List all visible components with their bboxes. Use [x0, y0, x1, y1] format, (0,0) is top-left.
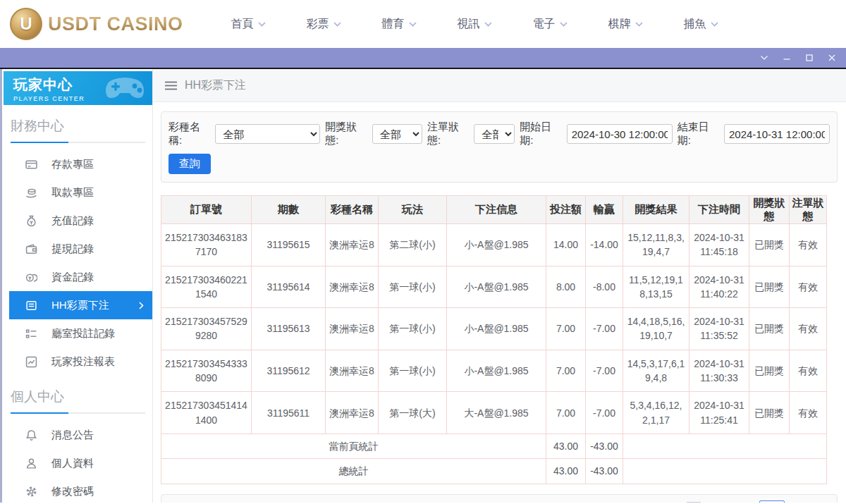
person-icon [25, 457, 37, 469]
jump-prefix: 第 [743, 502, 753, 503]
brand-name: USDT CASINO [48, 13, 183, 35]
sidebar-item-player-bet-report[interactable]: 玩家投注報表 [2, 348, 152, 376]
total-summary-winloss: -43.00 [586, 459, 623, 484]
coins-icon [25, 271, 37, 283]
sidebar-item-withdrawal-records[interactable]: 提現記錄 [2, 235, 152, 263]
chevron-down-icon [760, 55, 768, 61]
prev-page-link[interactable]: 上一页 [651, 502, 680, 503]
sidebar-item-change-password[interactable]: 修改密碼 [2, 477, 152, 503]
lottery-name-select[interactable]: 全部 [215, 124, 320, 144]
total-count: 共5条 [594, 502, 619, 503]
nav-item-fishing[interactable]: 捕魚 [684, 17, 718, 32]
bet-status-select[interactable]: 全部 [474, 124, 515, 144]
brand-logo[interactable]: U USDT CASINO [10, 8, 183, 40]
page-summary-row: 當前頁統計 43.00 -43.00 [161, 434, 827, 458]
pagination-bar: 每頁顯示20條 共5条 首页 上一页 [1] 下一页 第 页 跳转 [161, 494, 838, 503]
main-menu: 首頁 彩票 體育 視訊 電子 棋牌 捕魚 [231, 17, 718, 32]
chevron-right-icon [139, 302, 144, 309]
sidebar-item-fund-records[interactable]: 資金記錄 [2, 263, 152, 291]
sidebar: 玩家中心 PLAYERS CENTER 財務中心 存款專區 取款專區 充值記錄 … [2, 69, 153, 503]
draw-status-select[interactable]: 全部 [372, 124, 422, 144]
nav-item-cards[interactable]: 棋牌 [608, 17, 643, 32]
sidebar-item-recharge-records[interactable]: 充值記錄 [2, 207, 152, 235]
chevron-down-icon [711, 22, 718, 27]
bets-table: 訂單號 期數 彩種名稱 玩法 下注信息 投注額 輸贏 開獎結果 下注時間 開獎狀… [161, 195, 827, 484]
wallet-icon [25, 243, 37, 255]
nav-item-sports[interactable]: 體育 [382, 17, 417, 32]
filter-panel: 彩種名稱: 全部 開獎狀態: 全部 注單狀態: 全部 開始日期: 結束日期: 查… [161, 111, 838, 183]
table-row: 2152173034543338090 31195612 澳洲幸运8 第一球(小… [161, 350, 827, 392]
table-row: 2152173034514141400 31195611 澳洲幸运8 第一球(大… [161, 392, 827, 434]
nav-item-lottery[interactable]: 彩票 [307, 17, 341, 32]
next-page-link[interactable]: 下一页 [707, 502, 737, 503]
chevron-down-icon [409, 22, 417, 27]
window-maximize-button[interactable] [804, 52, 815, 63]
section-divider [11, 142, 145, 143]
jump-page-input[interactable] [759, 500, 785, 503]
start-date-input[interactable] [567, 124, 673, 144]
sidebar-item-withdraw[interactable]: 取款專區 [2, 178, 152, 207]
current-page: [1] [687, 502, 701, 503]
total-summary-row: 總統計 43.00 -43.00 [161, 459, 827, 484]
sidebar-item-hall-bet-records[interactable]: 廳室投註記錄 [2, 319, 152, 348]
jump-button[interactable]: 跳转 [807, 502, 827, 503]
nav-item-live[interactable]: 視訊 [458, 17, 492, 32]
page-summary-winloss: -43.00 [586, 434, 623, 458]
gamepad-icon [103, 74, 147, 102]
table-header-row: 訂單號 期數 彩種名稱 玩法 下注信息 投注額 輸贏 開獎結果 下注時間 開獎狀… [161, 196, 827, 224]
window-titlebar [0, 48, 846, 69]
logo-icon: U [10, 8, 42, 40]
minimize-icon [783, 54, 791, 62]
start-date-label: 開始日期: [520, 121, 561, 147]
total-summary-label: 總統計 [161, 459, 546, 484]
section-divider [11, 412, 145, 414]
section-title-personal: 個人中心 [2, 376, 152, 412]
report-chart-icon [25, 356, 37, 368]
page-summary-label: 當前頁統計 [161, 434, 546, 458]
table-row: 2152173034575299280 31195613 澳洲幸运8 第一球(小… [161, 308, 827, 350]
hand-coins-icon [25, 187, 37, 199]
window-close-button[interactable] [826, 52, 838, 63]
section-title-finance: 財務中心 [2, 105, 152, 142]
bet-list-icon [25, 300, 37, 312]
chevron-down-icon [333, 22, 341, 27]
maximize-icon [805, 54, 814, 62]
end-date-input[interactable] [724, 124, 830, 144]
jump-suffix: 页 [791, 502, 801, 503]
sidebar-item-hh-lottery-bets[interactable]: HH彩票下注 [9, 291, 152, 319]
search-button[interactable]: 查詢 [168, 154, 211, 174]
close-icon [828, 54, 836, 62]
end-date-label: 結束日期: [678, 121, 719, 147]
first-page-link[interactable]: 首页 [625, 502, 644, 503]
nav-item-slots[interactable]: 電子 [533, 17, 568, 32]
nav-item-home[interactable]: 首頁 [231, 17, 266, 32]
main-content: HH彩票下注 彩種名稱: 全部 開獎狀態: 全部 注單狀態: 全部 開始日期: … [153, 69, 846, 503]
sidebar-item-profile[interactable]: 個人資料 [2, 449, 152, 477]
sidebar-item-deposit[interactable]: 存款專區 [2, 150, 152, 178]
chevron-down-icon [635, 22, 643, 27]
page-summary-bet: 43.00 [546, 434, 586, 458]
table-row: 2152173034631837170 31195615 澳洲幸运8 第二球(小… [161, 224, 827, 266]
page-size-text: 每頁顯示20條 [171, 502, 232, 503]
bets-table-container: 訂單號 期數 彩種名稱 玩法 下注信息 投注額 輸贏 開獎結果 下注時間 開獎狀… [161, 195, 838, 484]
bet-status-label: 注單狀態: [427, 121, 469, 147]
player-center-window: 玩家中心 PLAYERS CENTER 財務中心 存款專區 取款專區 充值記錄 … [0, 69, 846, 503]
credit-card-icon [25, 159, 37, 171]
draw-status-label: 開獎狀態: [325, 121, 367, 147]
sidebar-header: 玩家中心 PLAYERS CENTER [4, 71, 152, 105]
table-row: 2152173034602211540 31195614 澳洲幸运8 第一球(小… [161, 266, 827, 308]
chevron-down-icon [258, 22, 266, 27]
window-collapse-button[interactable] [759, 52, 770, 63]
top-navigation: U USDT CASINO 首頁 彩票 體育 視訊 電子 棋牌 捕魚 [0, 0, 846, 48]
page-title: HH彩票下注 [185, 78, 246, 93]
menu-toggle-button[interactable] [165, 81, 177, 90]
chevron-down-icon [560, 22, 568, 27]
pager: 共5条 首页 上一页 [1] 下一页 第 页 跳转 [594, 500, 827, 503]
list-icon [25, 328, 37, 340]
hamburger-icon [165, 81, 177, 90]
money-bag-icon [25, 215, 37, 227]
window-minimize-button[interactable] [781, 52, 792, 63]
bell-icon [25, 429, 37, 441]
gear-icon [25, 486, 37, 498]
sidebar-item-announcements[interactable]: 消息公告 [2, 421, 152, 449]
